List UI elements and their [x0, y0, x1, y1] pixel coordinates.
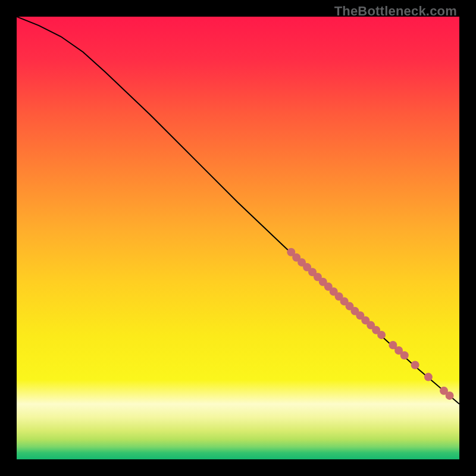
chart-background — [17, 17, 459, 459]
chart-marker — [424, 373, 433, 381]
chart-marker — [377, 331, 386, 339]
watermark-text: TheBottleneck.com — [334, 4, 457, 19]
chart-marker — [400, 351, 409, 359]
chart-svg — [17, 17, 459, 459]
chart-plot-area — [17, 17, 459, 459]
chart-marker — [411, 361, 419, 369]
chart-marker — [446, 392, 454, 400]
chart-frame: TheBottleneck.com — [0, 0, 476, 476]
